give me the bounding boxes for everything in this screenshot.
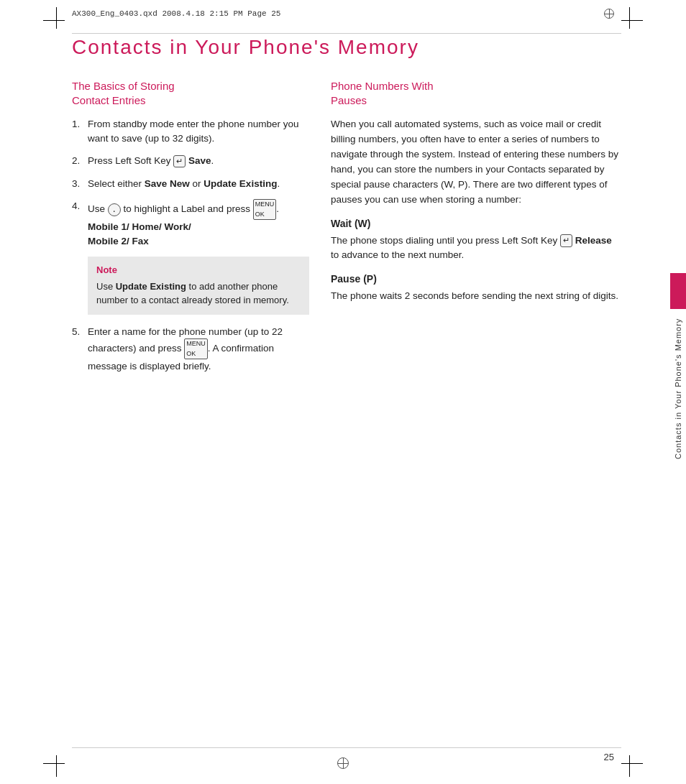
right-section-heading: Phone Numbers With Pauses xyxy=(331,79,621,107)
pause-text: The phone waits 2 seconds before sending… xyxy=(331,289,621,304)
wait-text: The phone stops dialing until you press … xyxy=(331,234,621,264)
wait-title: Wait (W) xyxy=(331,218,621,229)
intro-text: When you call automated systems, such as… xyxy=(331,117,621,208)
right-column: Phone Numbers With Pauses When you call … xyxy=(331,79,621,382)
list-item: 2. Press Left Soft Key ↵ Save. xyxy=(72,154,309,168)
menu-icon: MENUOK xyxy=(253,199,277,220)
steps-list: 1. From standby mode enter the phone num… xyxy=(72,117,309,248)
left-column: The Basics of Storing Contact Entries 1.… xyxy=(72,79,309,382)
note-box: Note Use Update Existing to add another … xyxy=(88,257,309,315)
list-item: 4. Use to highlight a Label and press ME… xyxy=(72,199,309,248)
two-column-layout: The Basics of Storing Contact Entries 1.… xyxy=(72,79,621,382)
header-bar: AX300_Eng_0403.qxd 2008.4.18 2:15 PM Pag… xyxy=(72,9,614,19)
step5-list: 5. Enter a name for the phone number (up… xyxy=(72,325,309,374)
header-center xyxy=(604,9,614,19)
list-item: 3. Select either Save New or Update Exis… xyxy=(72,177,309,191)
crop-mark-tl-v xyxy=(56,7,57,29)
registration-mark-bottom xyxy=(337,757,349,771)
header-text: AX300_Eng_0403.qxd 2008.4.18 2:15 PM Pag… xyxy=(72,9,280,18)
crop-mark-br-v xyxy=(629,755,630,777)
page-title: Contacts in Your Phone's Memory xyxy=(72,36,621,59)
list-item: 5. Enter a name for the phone number (up… xyxy=(72,325,309,374)
crop-mark-tr-h xyxy=(621,20,643,21)
list-item: 1. From standby mode enter the phone num… xyxy=(72,117,309,145)
page-number: 25 xyxy=(604,752,614,762)
crop-mark-tl-h xyxy=(43,20,65,21)
pause-title: Pause (P) xyxy=(331,273,621,285)
menu-icon-2: MENUOK xyxy=(184,338,208,359)
page-content: Contacts in Your Phone's Memory The Basi… xyxy=(72,36,621,741)
registration-mark-header xyxy=(604,9,614,19)
soft-key-icon: ↵ xyxy=(173,155,186,167)
rule-bottom xyxy=(72,747,621,748)
crop-mark-tr-v xyxy=(629,7,630,29)
nav-icon xyxy=(108,203,121,216)
sidebar-bar xyxy=(670,273,686,309)
sidebar-text: Contacts in Your Phone's Memory xyxy=(670,36,686,741)
note-text: Use Update Existing to add another phone… xyxy=(96,281,289,305)
crop-mark-br-h xyxy=(621,763,643,764)
soft-key-icon-2: ↵ xyxy=(560,234,572,246)
rule-top xyxy=(72,33,621,34)
crop-mark-bl-h xyxy=(43,763,65,764)
crop-mark-bl-v xyxy=(56,755,57,777)
left-section-heading: The Basics of Storing Contact Entries xyxy=(72,79,309,107)
note-title: Note xyxy=(96,264,301,277)
reg-circle-bottom xyxy=(337,757,349,769)
